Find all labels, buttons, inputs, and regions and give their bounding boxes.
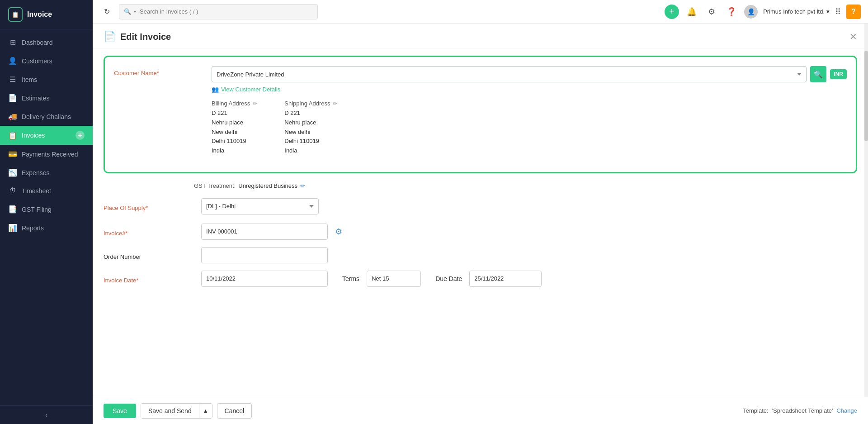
customer-input-row: DriveZone Private Limited 🔍 INR [212, 66, 847, 82]
search-icon: 🔍 [124, 8, 131, 15]
bottom-actions: Save Save and Send ▲ Cancel [104, 403, 252, 419]
save-and-send-dropdown-button[interactable]: ▲ [199, 404, 212, 418]
sidebar-item-reports[interactable]: 📊 Reports [0, 219, 93, 237]
sidebar-item-dashboard[interactable]: ⊞ Dashboard [0, 33, 93, 52]
save-and-send-group: Save and Send ▲ [141, 403, 212, 419]
sidebar-item-expenses[interactable]: 📉 Expenses [0, 163, 93, 182]
place-of-supply-select[interactable]: [DL] - Delhi [201, 198, 319, 214]
order-number-input[interactable] [201, 247, 328, 263]
sidebar-nav: ⊞ Dashboard 👤 Customers ☰ Items 📄 Estima… [0, 29, 93, 405]
sidebar: 📋 Invoice ⊞ Dashboard 👤 Customers ☰ Item… [0, 0, 93, 424]
shipping-line-1: D 221 [284, 109, 337, 118]
sidebar-item-label: Items [22, 76, 37, 83]
estimates-icon: 📄 [8, 94, 17, 102]
company-name[interactable]: Primus Info tech pvt ltd. ▾ [763, 8, 830, 15]
customer-name-select[interactable]: DriveZone Private Limited [212, 66, 807, 82]
shipping-address-col: Shipping Address ✏ D 221 Nehru place New… [284, 100, 337, 156]
sidebar-item-label: Customers [22, 57, 52, 65]
customer-search-button[interactable]: 🔍 [810, 66, 826, 82]
customers-icon: 👤 [8, 57, 17, 65]
help-badge[interactable]: ? [846, 5, 861, 19]
gst-treatment-label: GST Treatment: [194, 182, 236, 189]
app-logo-icon: 📋 [8, 7, 23, 22]
sidebar-item-label: Timesheet [22, 187, 51, 195]
invoice-date-input[interactable] [201, 271, 328, 287]
view-customer-link[interactable]: 👥 View Customer Details [212, 86, 280, 93]
sidebar-item-gst-filing[interactable]: 📑 GST Filing [0, 200, 93, 219]
billing-line-5: India [212, 146, 257, 156]
invoice-number-label: Invoice#* [104, 226, 194, 237]
items-icon: ☰ [8, 75, 17, 84]
due-date-input[interactable] [469, 271, 542, 287]
order-number-row: Order Number [104, 247, 857, 263]
billing-line-2: Nehru place [212, 118, 257, 128]
document-icon: 📄 [104, 31, 116, 43]
sidebar-item-customers[interactable]: 👤 Customers [0, 52, 93, 70]
sidebar-logo: 📋 Invoice [0, 0, 93, 29]
cancel-button[interactable]: Cancel [217, 403, 252, 419]
customer-section: Customer Name* DriveZone Private Limited… [104, 56, 857, 173]
notifications-button[interactable]: 🔔 [684, 5, 699, 19]
add-new-button[interactable]: + [665, 5, 679, 19]
shipping-line-3: New delhi [284, 128, 337, 137]
invoices-icon: 📋 [8, 131, 17, 140]
invoice-settings-button[interactable]: ⚙ [335, 227, 342, 237]
gst-treatment-value: Unregistered Business [238, 182, 297, 189]
refresh-button[interactable]: ↻ [100, 5, 113, 19]
sidebar-item-invoices[interactable]: 📋 Invoices + [0, 126, 93, 145]
template-info: Template: 'Spreadsheet Template' Change [743, 407, 857, 414]
gst-edit-icon[interactable]: ✏ [300, 182, 305, 189]
terms-select[interactable]: Net 15 [367, 271, 421, 287]
bottom-bar: Save Save and Send ▲ Cancel Template: 'S… [93, 397, 868, 424]
customer-name-row: Customer Name* DriveZone Private Limited… [114, 66, 847, 156]
search-bar: 🔍 ▾ [119, 4, 318, 19]
sidebar-item-payments-received[interactable]: 💳 Payments Received [0, 145, 93, 163]
sidebar-item-timesheet[interactable]: ⏱ Timesheet [0, 182, 93, 200]
invoices-add-button[interactable]: + [75, 131, 85, 140]
billing-address-label: Billing Address ✏ [212, 100, 257, 107]
close-button[interactable]: ✕ [849, 32, 857, 41]
sidebar-item-label: Dashboard [22, 39, 53, 46]
shipping-address-label: Shipping Address ✏ [284, 100, 337, 107]
sidebar-collapse-button[interactable]: ‹ [0, 405, 93, 424]
app-title: Invoice [27, 10, 52, 19]
delivery-icon: 🚚 [8, 112, 17, 121]
settings-button[interactable]: ⚙ [704, 5, 719, 19]
sidebar-item-label: Estimates [22, 95, 49, 102]
save-and-send-button[interactable]: Save and Send [141, 404, 199, 418]
template-label: Template: [743, 407, 768, 414]
dashboard-icon: ⊞ [8, 38, 17, 47]
main-area: ↻ 🔍 ▾ + 🔔 ⚙ ❓ 👤 Primus Info tech pvt ltd… [93, 0, 868, 424]
sidebar-item-items[interactable]: ☰ Items [0, 70, 93, 89]
scrollbar-thumb[interactable] [864, 51, 868, 141]
template-value: 'Spreadsheet Template' [772, 407, 833, 414]
sidebar-item-label: Payments Received [22, 151, 78, 158]
search-input[interactable] [140, 8, 313, 15]
expenses-icon: 📉 [8, 168, 17, 177]
search-dropdown-arrow[interactable]: ▾ [134, 9, 136, 14]
sidebar-item-label: Reports [22, 224, 44, 232]
avatar: 👤 [744, 5, 758, 19]
address-row: Billing Address ✏ D 221 Nehru place New … [212, 100, 847, 156]
reports-icon: 📊 [8, 224, 17, 232]
billing-line-3: New delhi [212, 128, 257, 137]
shipping-edit-icon[interactable]: ✏ [333, 100, 337, 107]
sidebar-item-label: Invoices [22, 132, 45, 139]
grid-menu-button[interactable]: ⠿ [835, 7, 841, 17]
view-customer-icon: 👥 [212, 86, 219, 93]
customer-name-control: DriveZone Private Limited 🔍 INR 👥 View C… [212, 66, 847, 156]
sidebar-item-label: GST Filing [22, 206, 52, 213]
invoice-number-input[interactable] [201, 224, 328, 240]
page-title: 📄 Edit Invoice [104, 31, 171, 43]
currency-badge: INR [830, 69, 847, 79]
help-button[interactable]: ❓ [724, 5, 739, 19]
sidebar-item-estimates[interactable]: 📄 Estimates [0, 89, 93, 107]
shipping-line-2: Nehru place [284, 118, 337, 128]
sidebar-item-delivery-challans[interactable]: 🚚 Delivery Challans [0, 107, 93, 126]
due-date-label: Due Date [435, 275, 462, 282]
scrollbar-track [864, 24, 868, 397]
save-button[interactable]: Save [104, 404, 136, 418]
template-change-link[interactable]: Change [836, 407, 857, 414]
billing-line-4: Delhi 110019 [212, 137, 257, 146]
billing-edit-icon[interactable]: ✏ [253, 100, 257, 107]
